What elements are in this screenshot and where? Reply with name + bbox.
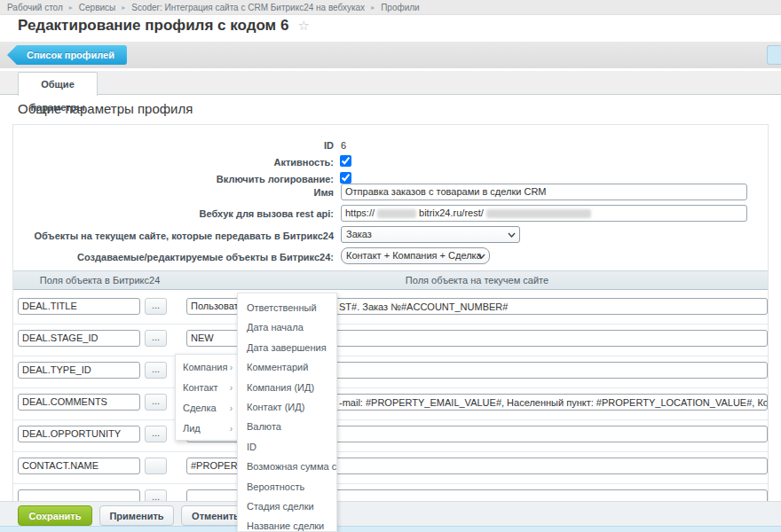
page-title: Редактирование профиля с кодом 6	[18, 17, 288, 35]
breadcrumb: Рабочий стол ▸ Сервисы ▸ Scoder: Интегра…	[0, 0, 781, 15]
menu-item-opportunity[interactable]: Возможная сумма сделки	[238, 457, 336, 476]
table-row: DEAL.TYPE_ID ...	[13, 356, 768, 388]
favorite-star-icon[interactable]: ☆	[297, 18, 309, 34]
site-field-value: NEW	[191, 331, 214, 346]
b24-field-input[interactable]: DEAL.OPPORTUNITY	[18, 426, 140, 442]
menu-item-contact[interactable]: Контакт ›	[176, 378, 237, 398]
tab-strip	[0, 71, 781, 95]
bottom-strip	[0, 526, 781, 532]
webhook-url-part: bitrix24.ru/rest/	[419, 206, 484, 221]
panel-edge-button[interactable]	[767, 45, 781, 65]
menu-item-label: Компания	[183, 362, 227, 372]
submenu-arrow-icon: ›	[230, 419, 233, 439]
submenu-arrow-icon: ›	[230, 378, 233, 398]
b24-field-input[interactable]: CONTACT.NAME	[18, 458, 140, 474]
site-objects-label: Объекты на текущем сайте, которые переда…	[14, 231, 334, 241]
b24-field-input[interactable]: DEAL.COMMENTS	[18, 394, 140, 411]
menu-item-company-id[interactable]: Компания (ИД)	[238, 378, 336, 397]
objects-context-menu: Компания › Контакт › Сделка › Лид ›	[175, 354, 238, 441]
mapping-table-header: Поля объекта в Битрикс24 Поля объекта на…	[13, 270, 768, 290]
logging-checkbox[interactable]	[340, 172, 351, 184]
table-row: DEAL.STAGE_ID ... NEW	[13, 325, 768, 356]
apply-button[interactable]: Применить	[99, 505, 174, 526]
menu-item-end-date[interactable]: Дата завершения	[238, 338, 336, 357]
logging-label: Включить логирование:	[14, 174, 334, 184]
table-row: DEAL.TITLE ... Пользователь ST#. Заказ №…	[13, 293, 768, 325]
menu-item-deal-title[interactable]: Название сделки	[238, 516, 336, 532]
breadcrumb-item-services[interactable]: Сервисы	[79, 3, 115, 12]
menu-item-start-date[interactable]: Дата начала	[238, 317, 336, 337]
name-input[interactable]: Отправка заказов с товарами в сделки CRM	[341, 184, 747, 200]
menu-item-currency[interactable]: Валюта	[238, 417, 336, 436]
b24-field-input[interactable]: DEAL.STAGE_ID	[18, 330, 140, 347]
menu-item-responsible[interactable]: Ответственный	[238, 298, 336, 317]
menu-item-label: Сделка	[183, 403, 217, 413]
breadcrumb-item-desktop[interactable]: Рабочий стол	[7, 3, 63, 12]
menu-item-lead[interactable]: Лид ›	[176, 419, 237, 439]
menu-item-label: Контакт	[183, 382, 218, 393]
table-row: DEAL.OPPORTUNITY ...	[13, 420, 768, 452]
site-objects-selected-value: Заказ	[346, 229, 372, 239]
tab-general-params[interactable]: Общие параметры	[18, 72, 98, 96]
webhook-label: Вебхук для вызова rest api:	[14, 208, 334, 219]
breadcrumb-separator-icon: ▸	[371, 4, 375, 12]
submenu-arrow-icon: ›	[230, 398, 233, 419]
back-to-profile-list-button[interactable]: Список профилей	[7, 45, 127, 65]
deal-fields-context-menu: Ответственный Дата начала Дата завершени…	[237, 293, 337, 532]
b24-objects-select[interactable]: Контакт + Компания + Сделка	[341, 247, 490, 264]
field-picker-button[interactable]	[145, 458, 167, 474]
menu-item-probability[interactable]: Вероятность	[238, 477, 336, 497]
field-picker-button[interactable]: ...	[145, 362, 167, 379]
table-row: CONTACT.NAME #PROPERTY_	[13, 452, 768, 484]
field-picker-button[interactable]: ...	[145, 298, 167, 315]
site-field-value-tail: -mail: #PROPERTY_EMAIL_VALUE#, Населенны…	[339, 395, 768, 411]
field-picker-button[interactable]: ...	[145, 330, 167, 347]
breadcrumb-item-profiles[interactable]: Профили	[381, 3, 420, 12]
menu-item-comment[interactable]: Комментарий	[238, 357, 336, 377]
redacted-segment	[377, 209, 416, 218]
breadcrumb-item-module[interactable]: Scoder: Интеграция сайта с CRM Битрикс24…	[131, 3, 365, 12]
submenu-arrow-icon: ›	[230, 357, 233, 378]
menu-item-deal[interactable]: Сделка ›	[176, 398, 237, 419]
site-field-value-tail: ST#. Заказ №#ACCOUNT_NUMBER#	[339, 300, 508, 315]
activity-label: Активность:	[14, 157, 334, 168]
id-value: 6	[341, 140, 346, 151]
name-label: Имя	[14, 187, 334, 198]
table-row: DEAL.COMMENTS ... -mail: #PROPERTY_EMAIL…	[13, 388, 768, 420]
chevron-down-icon	[477, 254, 485, 259]
menu-item-stage[interactable]: Стадия сделки	[238, 497, 336, 516]
b24-objects-selected-value: Контакт + Компания + Сделка	[346, 250, 482, 261]
menu-item-contact-id[interactable]: Контакт (ИД)	[238, 397, 336, 417]
b24-field-input[interactable]: DEAL.TYPE_ID	[18, 362, 140, 379]
webhook-url-part: https://	[345, 206, 375, 221]
activity-checkbox[interactable]	[340, 155, 351, 167]
breadcrumb-separator-icon: ▸	[122, 4, 125, 12]
b24-objects-label: Создаваемые/редактируемые объекты в Битр…	[14, 252, 334, 262]
admin-page: Рабочий стол ▸ Сервисы ▸ Scoder: Интегра…	[0, 0, 781, 532]
breadcrumb-separator-icon: ▸	[69, 4, 73, 12]
chevron-down-icon	[508, 232, 516, 238]
webhook-input[interactable]: https:// bitrix24.ru/rest/	[341, 205, 747, 222]
site-objects-select[interactable]: Заказ	[341, 226, 520, 243]
save-button[interactable]: Сохранить	[18, 505, 92, 526]
redacted-segment	[486, 209, 591, 218]
id-label: ID	[14, 140, 334, 151]
b24-field-input[interactable]: DEAL.TITLE	[18, 298, 140, 315]
action-bar: Сохранить Применить Отменить	[0, 501, 781, 526]
menu-item-label: Лид	[183, 423, 201, 434]
menu-item-company[interactable]: Компания ›	[176, 357, 237, 378]
field-picker-button[interactable]: ...	[145, 394, 167, 411]
menu-item-id[interactable]: ID	[238, 437, 336, 457]
column-header-site-fields: Поля объекта на текучем сайте	[186, 271, 768, 289]
field-picker-button[interactable]: ...	[145, 426, 167, 442]
column-header-b24-fields: Поля объекта в Битрикс24	[13, 271, 186, 289]
